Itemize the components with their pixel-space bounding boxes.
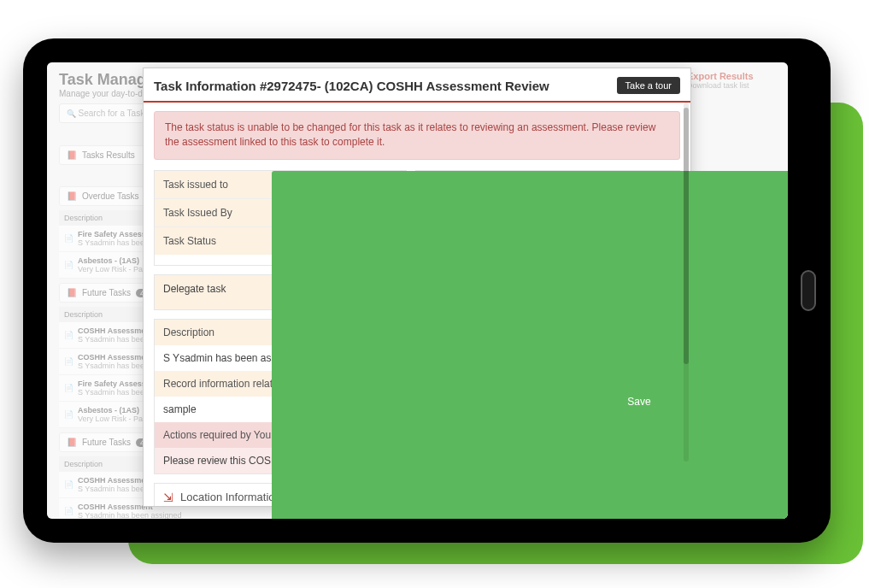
- save-button[interactable]: Save: [272, 171, 690, 506]
- delegate-label: Delegate task: [155, 275, 274, 309]
- link-icon: ⇲: [163, 491, 173, 504]
- pdf-icon: 📄: [64, 384, 73, 392]
- pdf-icon: 📄: [64, 507, 73, 515]
- modal-title: Task Information #2972475- (102CA) COSHH…: [154, 79, 617, 93]
- pdf-icon: 📄: [64, 410, 73, 419]
- pdf-icon: 📄: [64, 331, 73, 339]
- screen: Task Manager Manage your day-to-day task…: [47, 62, 788, 519]
- pdf-icon: 📄: [64, 357, 73, 366]
- pdf-icon: 📄: [64, 261, 73, 269]
- take-tour-button-modal[interactable]: Take a tour: [617, 77, 680, 94]
- task-information-modal: Task Information #2972475- (102CA) COSHH…: [143, 68, 691, 507]
- pdf-icon: 📄: [64, 234, 73, 243]
- status-warning: The task status is unable to be changed …: [154, 111, 680, 160]
- tablet-frame: Task Manager Manage your day-to-day task…: [23, 38, 831, 543]
- pdf-icon: 📄: [64, 480, 73, 489]
- scrollbar[interactable]: [684, 103, 689, 462]
- tablet-home-button: [801, 270, 816, 311]
